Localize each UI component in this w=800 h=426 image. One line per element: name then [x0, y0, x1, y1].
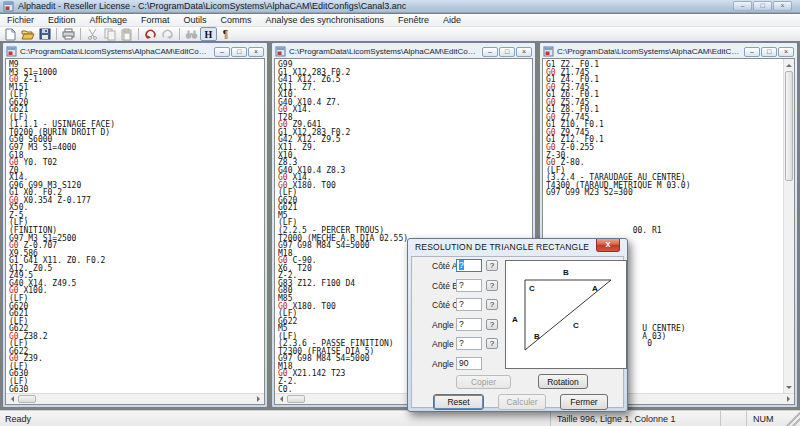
scrollbar-thumb[interactable] — [785, 71, 793, 181]
child-close-button[interactable]: × — [516, 47, 532, 57]
triangle-label-top-side: B — [563, 268, 569, 277]
help-button[interactable]: ? — [486, 260, 498, 271]
code-editor[interactable]: M9M3 S1=1000G0 Z-1.M151(LF)G620G621(LF)(… — [6, 59, 264, 393]
dialog-close-icon[interactable]: x — [596, 239, 620, 252]
scroll-left-arrow[interactable] — [275, 394, 286, 404]
code-line: G621 — [9, 106, 264, 114]
child-title-bar[interactable]: C:\ProgramData\LicomSystems\AlphaCAM\Edi… — [274, 45, 533, 58]
code-line: (LF) — [9, 318, 264, 326]
reset-button[interactable]: Reset — [433, 394, 484, 410]
code-line: G0 Z38.2 — [9, 333, 264, 341]
status-bar: Ready Taille 996, Ligne 1, Colonne 1 NUM — [0, 410, 800, 426]
status-num-lock-pane: NUM — [746, 411, 786, 426]
scroll-right-arrow[interactable] — [253, 394, 264, 404]
triangle-label-hypotenuse: C — [573, 321, 579, 330]
fermer-button[interactable]: Fermer — [560, 394, 608, 410]
code-line: (LF) — [9, 378, 264, 386]
c-t-b-input[interactable]: ? — [456, 279, 482, 292]
child-restore-button[interactable]: □ — [231, 47, 247, 57]
code-line: (LF) — [9, 340, 264, 348]
window-title: Alphaedit - Reseller License - C:\Progra… — [18, 1, 406, 11]
minimize-button[interactable]: – — [733, 1, 752, 11]
menu-item-fen-tre[interactable]: Fenêtre — [391, 14, 436, 27]
copy-icon — [101, 27, 118, 41]
code-line: G0 Z-1. — [9, 76, 264, 84]
menu-item-fichier[interactable]: Fichier — [0, 14, 41, 27]
code-line: G0 Y0. T02 — [9, 159, 264, 167]
close-button[interactable]: × — [773, 1, 792, 11]
code-line: G621 — [9, 310, 264, 318]
open-file-icon[interactable] — [19, 27, 36, 41]
menu-item-aide[interactable]: Aide — [436, 14, 468, 27]
code-line: (LF) — [9, 91, 264, 99]
help-button[interactable]: ? — [486, 280, 498, 291]
field-label: Côté B — [432, 281, 458, 291]
help-button[interactable]: ? — [486, 299, 498, 310]
code-line — [546, 212, 783, 220]
child-window-title: C:\ProgramData\LicomSystems\AlphaCAM\Edi… — [557, 47, 741, 56]
mdi-workspace: C:\ProgramData\LicomSystems\AlphaCAM\Edi… — [0, 41, 800, 410]
help-button[interactable]: ? — [486, 338, 498, 349]
angle-a-input[interactable]: ? — [456, 318, 482, 331]
code-line: G0 X180. T00 — [278, 182, 532, 190]
document-icon — [6, 46, 17, 57]
code-line: X11. Z7. — [278, 84, 532, 92]
print-icon[interactable] — [60, 27, 77, 41]
toolbar-separator — [138, 28, 139, 40]
child-minimize-button[interactable]: – — [482, 47, 498, 57]
undo-icon[interactable] — [142, 27, 159, 41]
toolbar-separator — [80, 28, 81, 40]
code-line: G0 X14. — [278, 106, 532, 114]
child-close-button[interactable]: × — [778, 47, 794, 57]
save-icon[interactable] — [36, 27, 53, 41]
menu-item-affichage[interactable]: Affichage — [83, 14, 134, 27]
c-t-c-input[interactable]: ? — [456, 298, 482, 311]
status-blank-pane — [720, 411, 746, 426]
code-line: G40 X10.4 Z7. — [278, 99, 532, 107]
document-icon — [543, 46, 554, 57]
scroll-left-arrow[interactable] — [6, 394, 17, 404]
child-title-bar[interactable]: C:\ProgramData\LicomSystems\AlphaCAM\Edi… — [5, 45, 265, 58]
title-bar[interactable]: Alphaedit - Reseller License - C:\Progra… — [0, 0, 800, 13]
code-line: X10. — [278, 152, 532, 160]
horizontal-scrollbar[interactable] — [6, 393, 264, 404]
scrollbar-thumb[interactable] — [287, 395, 305, 403]
resize-grip[interactable] — [786, 411, 800, 426]
code-line: M5 — [278, 212, 532, 220]
child-minimize-button[interactable]: – — [214, 47, 230, 57]
child-minimize-button[interactable]: – — [744, 47, 760, 57]
scroll-down-arrow[interactable] — [784, 382, 794, 393]
toolbar-separator — [56, 28, 57, 40]
code-line: G0 Z-0.707 — [9, 242, 264, 250]
new-document-icon[interactable] — [2, 27, 19, 41]
angle-b-input[interactable]: ? — [456, 337, 482, 350]
toolbar: H¶ — [0, 27, 800, 42]
child-restore-button[interactable]: □ — [499, 47, 515, 57]
triangle-label-top-right-vertex: A — [592, 284, 598, 293]
menu-item-outils[interactable]: Outils — [176, 14, 213, 27]
menu-item-edition[interactable]: Edition — [41, 14, 83, 27]
dialog-title[interactable]: RESOLUTION DE TRIANGLE RECTANGLE — [408, 239, 627, 255]
code-line: G620 — [278, 197, 532, 205]
angle-c-input[interactable]: 90 — [456, 357, 482, 370]
help-button[interactable]: ? — [486, 319, 498, 330]
restore-button[interactable]: □ — [753, 1, 772, 11]
scroll-right-arrow[interactable] — [783, 394, 794, 404]
scroll-up-arrow[interactable] — [784, 59, 794, 70]
menu-item-analyse-des-synchronisations[interactable]: Analyse des synchronisations — [258, 14, 391, 27]
scrollbar-thumb[interactable] — [18, 395, 36, 403]
sync-display-icon[interactable]: H — [200, 27, 217, 41]
copier-button: Copier — [456, 375, 511, 389]
menu-item-format[interactable]: Format — [134, 14, 177, 27]
code-line: (LF) — [9, 295, 264, 303]
c-t-a-input[interactable]: ? — [456, 259, 482, 272]
code-line — [546, 197, 783, 205]
app-icon — [3, 1, 14, 12]
child-restore-button[interactable]: □ — [761, 47, 777, 57]
menu-item-comms[interactable]: Comms — [213, 14, 258, 27]
show-paragraph-marks-icon[interactable]: ¶ — [217, 27, 234, 41]
rotation-button[interactable]: Rotation — [538, 374, 588, 389]
child-close-button[interactable]: × — [248, 47, 264, 57]
child-title-bar[interactable]: C:\ProgramData\LicomSystems\AlphaCAM\Edi… — [542, 45, 795, 58]
vertical-scrollbar[interactable] — [783, 59, 794, 393]
